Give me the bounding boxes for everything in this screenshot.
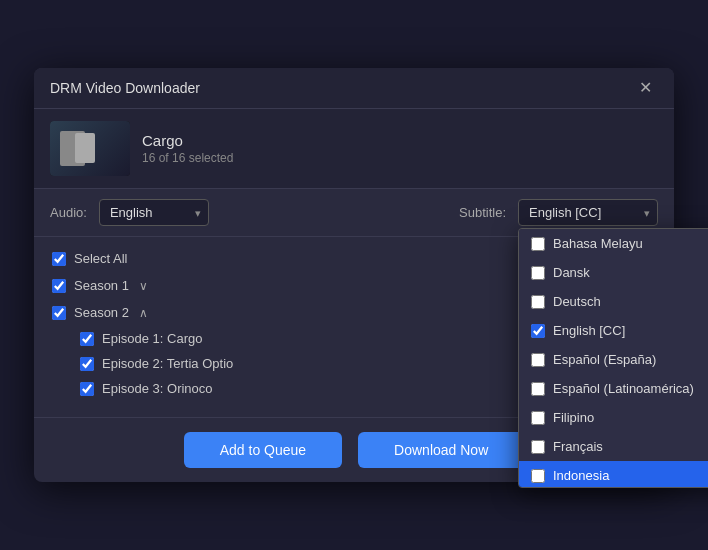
subtitle-select-wrapper: English [CC] Bahasa Melayu Dansk Deutsch [518,199,658,226]
english-cc-label: English [CC] [553,323,625,338]
media-title: Cargo [142,132,233,149]
thumbnail-image [50,121,130,176]
indonesia-checkbox[interactable] [531,469,545,483]
episode-3-label: Episode 3: Orinoco [102,381,213,396]
season-2-label: Season 2 [74,305,129,320]
season-1-label: Season 1 [74,278,129,293]
episode-1-checkbox[interactable] [80,332,94,346]
dropdown-item-indonesia[interactable]: Indonesia [519,461,708,488]
dansk-label: Dansk [553,265,590,280]
audio-select-wrapper: English French Spanish [99,199,209,226]
subtitle-select[interactable]: English [CC] [518,199,658,226]
add-to-queue-button[interactable]: Add to Queue [184,432,342,468]
dialog: DRM Video Downloader ✕ Cargo 16 of 16 se… [34,68,674,482]
dialog-title: DRM Video Downloader [50,80,200,96]
dropdown-item-filipino[interactable]: Filipino [519,403,708,432]
english-cc-checkbox[interactable] [531,324,545,338]
select-all-label: Select All [74,251,127,266]
francais-checkbox[interactable] [531,440,545,454]
indonesia-label: Indonesia [553,468,609,483]
subtitle-dropdown: Bahasa Melayu Dansk Deutsch English [CC]… [518,228,708,488]
filipino-checkbox[interactable] [531,411,545,425]
audio-select[interactable]: English French Spanish [99,199,209,226]
season-1-checkbox[interactable] [52,279,66,293]
close-button[interactable]: ✕ [633,78,658,98]
dropdown-item-english-cc[interactable]: English [CC] [519,316,708,345]
espanol-espana-label: Español (España) [553,352,656,367]
media-row: Cargo 16 of 16 selected [34,109,674,189]
deutsch-checkbox[interactable] [531,295,545,309]
download-now-button[interactable]: Download Now [358,432,524,468]
dropdown-item-espanol-espana[interactable]: Español (España) [519,345,708,374]
episode-2-checkbox[interactable] [80,357,94,371]
subtitle-label: Subtitle: [459,205,506,220]
episode-3-checkbox[interactable] [80,382,94,396]
bahasa-checkbox[interactable] [531,237,545,251]
subtitle-select-box-wrapper: English [CC] [518,199,658,226]
filipino-label: Filipino [553,410,594,425]
espanol-lat-label: Español (Latinoamérica) [553,381,694,396]
dropdown-item-francais[interactable]: Français [519,432,708,461]
audio-label: Audio: [50,205,87,220]
dropdown-item-dansk[interactable]: Dansk [519,258,708,287]
select-all-checkbox[interactable] [52,252,66,266]
deutsch-label: Deutsch [553,294,601,309]
season-2-checkbox[interactable] [52,306,66,320]
thumbnail [50,121,130,176]
dansk-checkbox[interactable] [531,266,545,280]
francais-label: Français [553,439,603,454]
espanol-lat-checkbox[interactable] [531,382,545,396]
espanol-espana-checkbox[interactable] [531,353,545,367]
episode-1-label: Episode 1: Cargo [102,331,202,346]
media-info: Cargo 16 of 16 selected [142,132,233,165]
bahasa-label: Bahasa Melayu [553,236,643,251]
dropdown-item-deutsch[interactable]: Deutsch [519,287,708,316]
dropdown-item-bahasa[interactable]: Bahasa Melayu [519,229,708,258]
controls-row: Audio: English French Spanish Subtitle: … [34,189,674,237]
media-subtitle: 16 of 16 selected [142,151,233,165]
dropdown-item-espanol-lat[interactable]: Español (Latinoamérica) [519,374,708,403]
episode-2-label: Episode 2: Tertia Optio [102,356,233,371]
title-bar: DRM Video Downloader ✕ [34,68,674,109]
season-1-toggle[interactable]: ∨ [139,279,148,293]
season-2-toggle[interactable]: ∧ [139,306,148,320]
